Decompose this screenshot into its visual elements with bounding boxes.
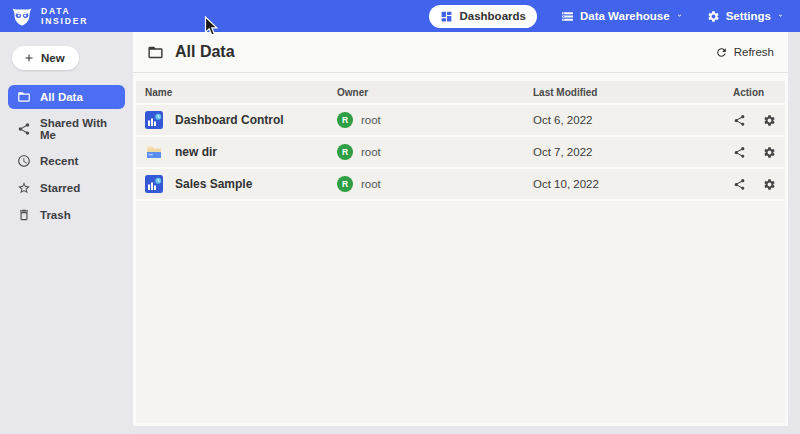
gear-icon [707,10,720,23]
new-button[interactable]: New [12,46,79,70]
dashboard-file-icon [145,175,163,193]
plus-icon [23,52,35,64]
last-modified-cell: Oct 6, 2022 [533,114,733,126]
dashboards-grid-icon [440,10,453,23]
table-header-row: Name Owner Last Modified Action [136,81,785,103]
owner-cell: R root [337,144,533,160]
owl-logo-icon [10,4,34,28]
share-icon [733,114,746,127]
refresh-label: Refresh [734,46,774,58]
nav-settings-menu[interactable]: Settings [707,10,784,23]
sidebar-item-shared-with-me[interactable]: Shared With Me [8,112,125,146]
data-table: Name Owner Last Modified Action Dashboar… [136,81,785,423]
gear-icon [763,178,776,191]
sidebar-item-label: Shared With Me [40,117,116,141]
chevron-down-icon [676,12,683,19]
nav-data-warehouse-label: Data Warehouse [580,10,670,22]
folder-icon [17,90,31,104]
share-button[interactable] [733,178,746,191]
refresh-icon [715,46,728,59]
clock-icon [17,154,31,168]
sidebar-item-all-data[interactable]: All Data [8,85,125,109]
sidebar-item-label: Trash [40,209,71,221]
database-icon [561,10,574,23]
nav-dashboards-label: Dashboards [459,10,525,22]
top-bar: DATA INSIDER Dashboards Data Warehouse S… [0,0,800,32]
brand-name: DATA INSIDER [41,6,88,26]
sidebar-item-label: Starred [40,182,80,194]
brand-line1: DATA [41,6,88,16]
folder-icon [147,44,164,61]
owner-name: root [361,146,381,158]
share-icon [17,122,31,136]
table-row[interactable]: Sales Sample R root Oct 10, 2022 [136,169,785,199]
nav-data-warehouse-menu[interactable]: Data Warehouse [561,10,683,23]
folder-file-icon [145,143,163,161]
new-button-label: New [41,52,65,64]
table-empty-area [136,201,785,423]
trash-icon [17,208,31,222]
share-icon [733,146,746,159]
table-row[interactable]: new dir R root Oct 7, 2022 [136,137,785,167]
brand-line2: INSIDER [41,16,88,26]
nav-settings-label: Settings [726,10,771,22]
sidebar-item-recent[interactable]: Recent [8,149,125,173]
refresh-button[interactable]: Refresh [715,46,774,59]
main-panel: All Data Refresh Name Owner Last Modifie… [133,32,788,426]
last-modified-cell: Oct 10, 2022 [533,178,733,190]
item-name: Sales Sample [175,177,252,191]
owner-cell: R root [337,176,533,192]
item-name: new dir [175,145,217,159]
gear-icon [763,114,776,127]
panel-header: All Data Refresh [133,32,788,73]
action-cell [733,178,785,191]
table-row[interactable]: Dashboard Control R root Oct 6, 2022 [136,105,785,135]
chevron-down-icon [777,12,784,19]
gear-icon [763,146,776,159]
action-cell [733,146,785,159]
owner-cell: R root [337,112,533,128]
sidebar-item-label: All Data [40,91,83,103]
page-title-text: All Data [175,43,235,61]
page-title: All Data [147,43,235,61]
brand-logo: DATA INSIDER [10,4,88,28]
share-button[interactable] [733,146,746,159]
name-cell: Sales Sample [145,175,337,193]
nav-dashboards-button[interactable]: Dashboards [429,5,536,28]
column-header-action: Action [733,87,785,98]
column-header-owner: Owner [337,87,533,98]
owner-avatar: R [337,176,353,192]
name-cell: new dir [145,143,337,161]
column-header-name: Name [145,87,337,98]
share-button[interactable] [733,114,746,127]
owner-avatar: R [337,144,353,160]
item-name: Dashboard Control [175,113,284,127]
star-icon [17,181,31,195]
sidebar-item-label: Recent [40,155,78,167]
settings-button[interactable] [763,146,776,159]
sidebar-list: All Data Shared With Me Recent Starred T… [8,85,125,227]
action-cell [733,114,785,127]
owner-name: root [361,178,381,190]
sidebar-item-trash[interactable]: Trash [8,203,125,227]
sidebar: New All Data Shared With Me Recent Starr… [0,32,133,434]
owner-avatar: R [337,112,353,128]
top-nav: Dashboards Data Warehouse Settings [429,5,784,28]
name-cell: Dashboard Control [145,111,337,129]
share-icon [733,178,746,191]
last-modified-cell: Oct 7, 2022 [533,146,733,158]
column-header-last-modified: Last Modified [533,87,733,98]
settings-button[interactable] [763,178,776,191]
sidebar-item-starred[interactable]: Starred [8,176,125,200]
owner-name: root [361,114,381,126]
settings-button[interactable] [763,114,776,127]
dashboard-file-icon [145,111,163,129]
